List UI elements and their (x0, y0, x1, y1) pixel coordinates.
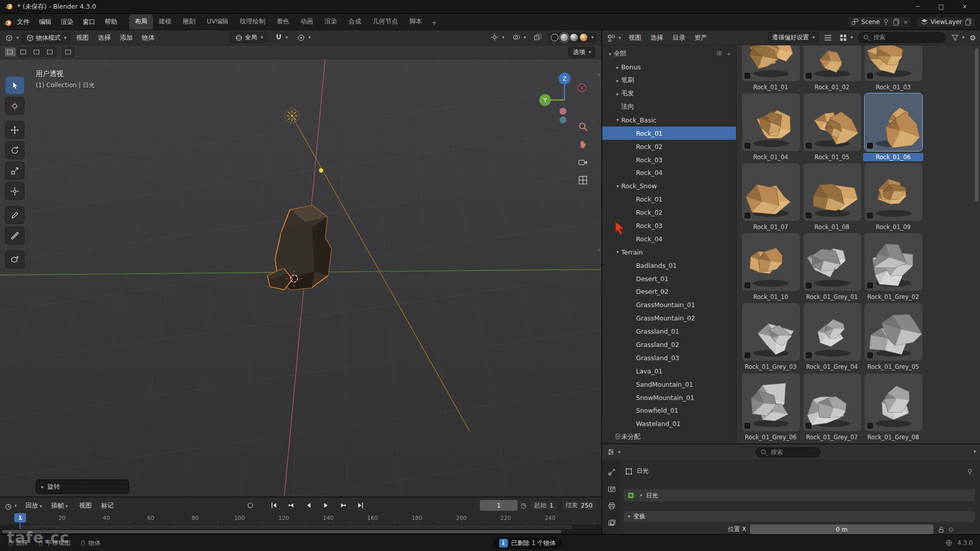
filter-dropdown[interactable]: ▾ (949, 33, 967, 43)
tab-viewlayer[interactable] (607, 518, 616, 527)
new-scene-icon[interactable] (892, 18, 900, 26)
catalog-Grassland_03[interactable]: Grassland_03 (602, 351, 736, 364)
asset-thumbnail[interactable] (742, 373, 800, 431)
snapping-dropdown[interactable]: ▾ (273, 33, 290, 43)
disclosure-open-icon[interactable]: ▾ (614, 117, 621, 122)
xray-toggle[interactable] (532, 32, 544, 42)
operator-panel-rotate[interactable]: ▸旋转 (36, 480, 129, 494)
overlays-toggle[interactable]: ▾ (510, 32, 528, 42)
unlink-scene-icon[interactable]: × (903, 19, 908, 26)
menu-帮助[interactable]: 帮助 (100, 16, 122, 28)
shading-rendered-button[interactable] (580, 34, 587, 41)
minimize-button[interactable]: ─ (908, 3, 928, 10)
properties-pin-icon[interactable] (966, 468, 974, 476)
asset-thumbnail[interactable] (742, 163, 800, 221)
asset-Rock_01_02[interactable]: Rock_01_02 (802, 45, 862, 91)
tool-rotate-button[interactable] (5, 141, 24, 159)
tab-tool[interactable] (607, 468, 616, 477)
catalog-Rock_Snow[interactable]: ▾Rock_Snow (602, 180, 736, 193)
catalog-Rock_04[interactable]: Rock_04 (602, 166, 736, 180)
catalog-笔刷[interactable]: ▸笔刷 (602, 74, 736, 87)
workspace-tab-脚本[interactable]: 脚本 (404, 14, 428, 30)
asset-checkbox[interactable] (867, 353, 873, 358)
asset-checkbox[interactable] (867, 423, 873, 429)
asset-Rock_01_Grey_01[interactable]: Rock_01_Grey_01 (802, 233, 862, 301)
catalog-GrassMountain_02[interactable]: GrassMountain_02 (602, 312, 736, 325)
asset-checkbox[interactable] (745, 353, 750, 358)
select-mode-subtract-button[interactable] (31, 47, 43, 57)
asset-thumbnail[interactable] (742, 303, 800, 361)
viewport-canvas[interactable]: 用户透视 (1) Collection | 日光 Z Y X ‹ ‹ ▸旋转 (0, 59, 601, 496)
timeline-scrollbar-handle[interactable] (2, 530, 561, 533)
data-name-field[interactable]: 日光 (646, 491, 658, 500)
asset-Rock_01_04[interactable]: Rock_01_04 (741, 93, 801, 161)
play-button[interactable] (320, 500, 332, 511)
asset-Rock_01_Grey_04[interactable]: Rock_01_Grey_04 (802, 303, 862, 371)
asset-thumbnail[interactable] (803, 163, 861, 221)
asset-Rock_01_Grey_03[interactable]: Rock_01_Grey_03 (741, 303, 801, 371)
asset-thumbnail[interactable] (865, 303, 922, 361)
auto-keying-button[interactable] (244, 500, 256, 511)
zoom-icon[interactable] (578, 121, 588, 132)
asset-thumbnail[interactable] (865, 233, 922, 291)
catalog-SnowMountain_01[interactable]: SnowMountain_01 (602, 391, 736, 404)
catalog-Rock_01[interactable]: Rock_01 (602, 127, 736, 140)
animate-dot[interactable] (949, 528, 953, 532)
scene-selector[interactable]: Scene × (847, 16, 912, 28)
import-method-dropdown[interactable]: 遵循偏好设置▾ (768, 32, 819, 43)
select-mode-invert-button[interactable] (44, 47, 56, 57)
viewlayer-selector[interactable]: ViewLayer (917, 16, 976, 28)
timeline-menu-回放[interactable]: 回放▾ (21, 500, 47, 512)
catalog-Badlands_01[interactable]: Badlands_01 (602, 259, 736, 272)
select-mode-extend-button[interactable] (17, 47, 30, 57)
new-catalog-icon[interactable]: ⊞ (717, 49, 722, 58)
tool-tweak-button[interactable] (5, 77, 24, 94)
asset-editor-type-button[interactable]: ▾ (605, 33, 623, 43)
list-view-button[interactable] (822, 33, 834, 43)
catalog-法向[interactable]: 法向 (602, 101, 736, 114)
timeline-body[interactable]: 20406080100120140160180200220240 1 (0, 513, 601, 534)
prev-keyframe-button[interactable] (285, 500, 297, 511)
asset-checkbox[interactable] (745, 283, 750, 288)
asset-checkbox[interactable] (867, 143, 873, 148)
asset-menu-资产[interactable]: 资产 (690, 32, 712, 44)
asset-scrollbar-handle[interactable] (975, 48, 978, 202)
disclosure-closed-icon[interactable]: ▸ (614, 65, 621, 70)
asset-Rock_01_Grey_05[interactable]: Rock_01_Grey_05 (863, 303, 923, 371)
close-button[interactable]: × (954, 3, 975, 10)
catalog-Rock_02[interactable]: Rock_02 (602, 206, 736, 219)
grid-view-button[interactable]: ▾ (837, 33, 855, 43)
transform-panel-header[interactable]: ▾ 变换 (624, 511, 975, 522)
workspace-tab-纹理绘制[interactable]: 纹理绘制 (234, 14, 271, 30)
next-keyframe-button[interactable] (337, 500, 349, 511)
object-data-name-row[interactable]: ▾ 日光 (624, 489, 975, 502)
catalog-Rock_02[interactable]: Rock_02 (602, 140, 736, 153)
timeline-menu-视图[interactable]: 视图 (75, 500, 96, 512)
options-dropdown[interactable]: 选项▾ (569, 47, 595, 58)
asset-checkbox[interactable] (806, 143, 812, 148)
asset-Rock_01_Grey_08[interactable]: Rock_01_Grey_08 (863, 373, 923, 441)
asset-thumbnail[interactable] (803, 45, 861, 81)
tool-scale-button[interactable] (5, 162, 24, 180)
add-workspace-button[interactable]: + (428, 16, 441, 30)
timeline-editor-type-button[interactable]: ◷▾ (3, 501, 19, 511)
asset-Rock_01_09[interactable]: Rock_01_09 (863, 163, 923, 231)
catalog-Rock_01[interactable]: Rock_01 (602, 193, 736, 206)
asset-checkbox[interactable] (745, 143, 750, 148)
blender-menu-icon[interactable] (4, 19, 12, 27)
catalog-Snowfield_01[interactable]: Snowfield_01 (602, 404, 736, 417)
asset-thumbnail[interactable] (865, 373, 922, 431)
tool-move-button[interactable] (5, 121, 24, 139)
play-reverse-button[interactable] (302, 500, 314, 511)
catalog-Rock_03[interactable]: Rock_03 (602, 153, 736, 166)
new-viewlayer-icon[interactable] (964, 18, 972, 26)
jump-to-start-button[interactable] (267, 500, 280, 511)
tool-measure-button[interactable] (5, 227, 24, 244)
menu-渲染[interactable]: 渲染 (56, 16, 78, 28)
asset-Rock_01_01[interactable]: Rock_01_01 (741, 45, 801, 91)
mode-dropdown[interactable]: 物体模式▾ (22, 33, 71, 43)
asset-Rock_01_Grey_02[interactable]: Rock_01_Grey_02 (863, 233, 923, 301)
menu-文件[interactable]: 文件 (12, 16, 34, 28)
workspace-tab-动画[interactable]: 动画 (295, 14, 319, 30)
workspace-tab-UV编辑[interactable]: UV编辑 (201, 14, 234, 30)
